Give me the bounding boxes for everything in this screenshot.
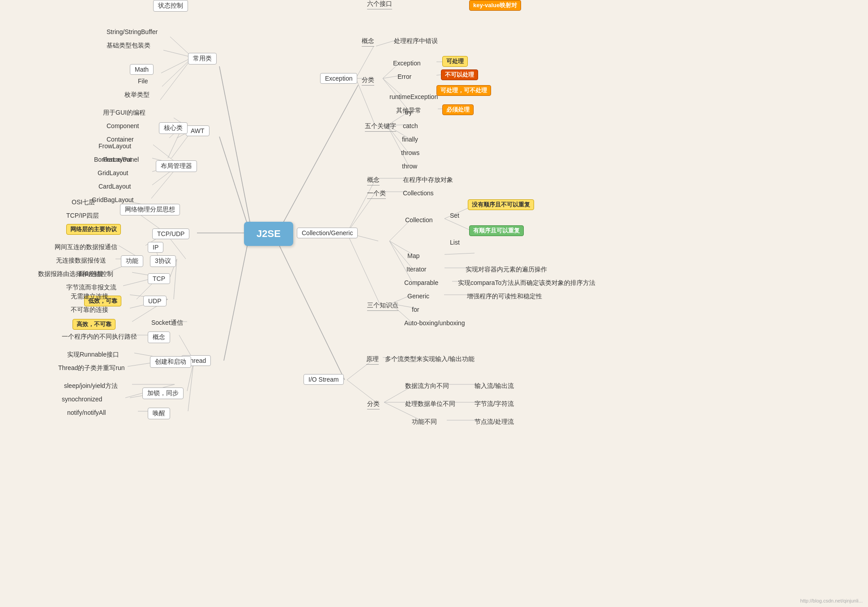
runtime-exc-node: runtimeException [389, 93, 438, 100]
svg-line-90 [347, 380, 376, 402]
zhuangtai-node: 状态控制 [153, 0, 188, 12]
changyonglei-node: 常用类 [188, 53, 217, 65]
shixian-iterator-node: 实现对容器内元素的遍历操作 [466, 266, 547, 274]
comparable-if-node: Comparable [404, 279, 438, 286]
tcpudp-node: TCP/UDP [152, 228, 189, 239]
iterator-if-node: Iterator [406, 266, 426, 273]
yuanli-node: 原理 [366, 355, 379, 365]
thread-zi-node: Thread的子类并重写run [58, 364, 125, 372]
collection-if-node: Collection [405, 216, 432, 224]
cunchang-node: 在程序中存放对象 [403, 176, 453, 184]
jichu-node: 基础类型包装类 [107, 42, 150, 50]
gridbaglayout-node: GridBagLayout [92, 196, 133, 203]
mind-map: J2SE 常用类 String/StringBuffer 基础类型包装类 Mat… [0, 0, 868, 607]
svg-line-4 [219, 137, 248, 228]
shixian-runnable-node: 实现Runnable接口 [67, 351, 119, 359]
tcp-node: TCP [148, 273, 170, 284]
zengjian-node: 增强程序的可读性和稳定性 [467, 293, 542, 301]
gongneng-io-node: 功能不同 [412, 418, 437, 426]
exception-node: Exception [320, 73, 357, 84]
wangluo-node: 网络物理分层思想 [120, 204, 180, 215]
shuju-fangxiang-node: 数据流方向不同 [405, 382, 449, 390]
borderlayout-node: BorderLayout [94, 156, 132, 163]
string-node: String/StringBuffer [107, 28, 158, 35]
chuli-danwei-node: 处理数据单位不同 [405, 400, 455, 408]
center-node: J2SE [244, 222, 293, 246]
svg-line-0 [278, 85, 358, 233]
shixian-comparable-node: 实现comparaTo方法从而确定该类对象的排序方法 [458, 279, 595, 287]
socket-node: Socket通信 [151, 319, 183, 327]
gridlayout-node: GridLayout [98, 169, 128, 177]
container-node: Container [107, 136, 134, 143]
generic-node: Generic [407, 293, 429, 300]
zijie-zifu-node: 字节流/字符流 [475, 400, 514, 408]
wangjian-node: 网间互连的数据报通信 [55, 243, 117, 251]
try-node: try [405, 109, 412, 116]
ip-node: IP [148, 242, 163, 253]
wuge-key-node: 五个关键字 [365, 122, 396, 132]
gaoxiao-node: 高效，不可靠 [73, 319, 115, 330]
file-node: File [138, 77, 148, 85]
jiedian-chuli-node: 节点流/处理流 [475, 418, 514, 426]
frowlayout-node: FrowLayout [98, 142, 131, 150]
kechu-node: 可处理 [442, 56, 468, 67]
collection-generic-node: Collection/Generic [297, 228, 358, 238]
buke-lian-node: 不可靠的连接 [71, 306, 108, 314]
san-zhishi-node: 三个知识点 [367, 301, 398, 311]
gainian-coll-node: 概念 [367, 176, 380, 185]
math-node: Math [130, 64, 154, 75]
throw-node: throw [402, 163, 417, 170]
svg-line-3 [219, 66, 251, 226]
osi-node: OSI七层 [72, 198, 95, 207]
error-node: Error [398, 73, 411, 80]
meiju-node: 枚举类型 [124, 91, 150, 99]
duoge-lei-node: 多个流类型来实现输入/输出功能 [385, 355, 475, 363]
yige-lei-node: 一个类 [367, 189, 386, 199]
huanxing-node: 唤醒 [148, 408, 170, 419]
you-shunxu-node: 有顺序且可以重复 [469, 225, 524, 236]
collections-node: Collections [403, 189, 433, 197]
tcpip-node: TCP/IP四层 [66, 212, 99, 220]
exception-child-node: Exception [393, 60, 420, 67]
set-if-node: Set [450, 212, 459, 219]
mianxiang-lian-node: 面向连接 [78, 270, 103, 278]
catch-node: catch [403, 122, 418, 129]
wangluo-xieyi-node: 网络层的主要协议 [66, 224, 121, 235]
yige-chengxu-node: 一个程序内的不同执行路径 [62, 333, 137, 341]
shuru-shuchu-node: 输入流/输出流 [475, 382, 514, 390]
svg-line-45 [188, 361, 194, 411]
hexinlei-node: 核心类 [159, 122, 188, 134]
autoboxing-node: Auto-boxing/unboxing [404, 319, 465, 327]
cardlayout-node: CardLayout [98, 183, 131, 190]
bixu-chuli-node: 必须处理 [442, 104, 474, 115]
watermark: http://blog.csdn.net/qinjunli... [800, 598, 863, 603]
chuli-cuowu-node: 处理程序中错误 [394, 37, 438, 45]
svg-line-11 [160, 57, 192, 100]
wulian-node: 无连接数据报传送 [56, 257, 106, 265]
svg-line-73 [347, 233, 380, 304]
chuangjian-qidong-node: 创建和启动 [150, 356, 191, 368]
key-value-node: key-value映射对 [469, 0, 521, 11]
udp-node: UDP [143, 296, 167, 306]
buju-node: 布局管理器 [156, 160, 197, 172]
jia-suo-node: 加锁，同步 [142, 387, 184, 399]
fenlei-node: 分类 [362, 76, 374, 86]
liu-jiekou-node: 六个接口 [367, 0, 392, 9]
wuxu-node: 无需建立连接 [71, 293, 108, 301]
finally-node: finally [402, 136, 418, 143]
list-if-node: List [450, 239, 460, 246]
notify-node: notify/notifyAll [67, 409, 106, 416]
gongneng-node: 功能 [121, 255, 143, 267]
svg-line-2 [278, 242, 345, 380]
syno-node: synochronized [62, 396, 102, 403]
san-xieyi-node: 3协议 [150, 255, 176, 267]
iostream-node: I/O Stream [304, 374, 344, 385]
component-node: Component [107, 122, 139, 129]
gainian-exc-node: 概念 [362, 37, 374, 47]
yongyu-gui-node: 用于GUI的编程 [103, 109, 145, 117]
map-if-node: Map [407, 252, 419, 259]
awt-node: AWT [186, 125, 210, 136]
buke-chuli-node: 不可以处理 [441, 69, 478, 80]
throws-node: throws [401, 149, 419, 156]
svg-line-6 [224, 240, 248, 361]
